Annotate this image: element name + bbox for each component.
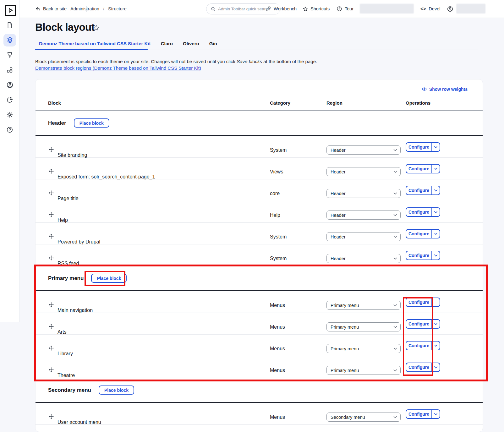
tab-gin[interactable]: Gin (209, 40, 217, 47)
block-row-powered-by-drupal: Powered by DrupalSystemHeaderConfigure (36, 223, 483, 244)
region-select[interactable]: Header (326, 189, 401, 198)
devel-label: Devel (429, 6, 440, 11)
sidebar-item-appearance[interactable] (3, 49, 16, 61)
breadcrumb-administration[interactable]: Administration (70, 6, 99, 11)
sidebar-item-content[interactable] (3, 19, 16, 31)
configure-dropdown-toggle[interactable] (432, 186, 440, 194)
drag-handle-icon[interactable] (49, 169, 54, 174)
sidebar-item-structure[interactable] (3, 34, 16, 46)
people-icon (6, 81, 14, 89)
tab-olivero[interactable]: Olivero (183, 40, 199, 47)
breadcrumb-structure[interactable]: Structure (108, 6, 127, 11)
chevron-down-icon (393, 369, 397, 372)
section-title: Primary menu (48, 275, 84, 282)
bookmark-star-icon[interactable] (93, 25, 100, 31)
configure-split-button: Configure (406, 363, 440, 372)
user-avatar-icon (447, 6, 453, 12)
code-brackets-icon: <> (420, 6, 426, 11)
region-select-value: Header (331, 213, 346, 218)
breadcrumb: Administration / Structure (70, 0, 127, 18)
sidebar-item-blocks[interactable] (3, 64, 16, 76)
configure-button[interactable]: Configure (406, 165, 431, 173)
page-description: Block placement is specific to each them… (35, 59, 317, 64)
back-to-site-link[interactable]: Back to site (35, 0, 67, 18)
search-icon (211, 7, 216, 11)
sidebar-item-settings[interactable] (3, 108, 16, 121)
configure-dropdown-toggle[interactable] (432, 320, 440, 328)
sidebar-item-help[interactable] (3, 123, 16, 136)
drag-handle-icon[interactable] (49, 234, 54, 239)
configure-dropdown-toggle[interactable] (432, 342, 440, 350)
tab-claro[interactable]: Claro (161, 40, 173, 47)
show-row-weights-link[interactable]: Show row weights (422, 86, 468, 92)
region-select-value: Primary menu (331, 303, 359, 308)
drag-handle-icon[interactable] (49, 324, 54, 329)
region-select[interactable]: Secondary menu (326, 413, 401, 422)
drag-handle-icon[interactable] (49, 367, 54, 372)
configure-button[interactable]: Configure (406, 251, 431, 260)
configure-dropdown-toggle[interactable] (432, 251, 440, 260)
appearance-icon (6, 52, 13, 58)
drag-handle-icon[interactable] (49, 414, 54, 419)
configure-button[interactable]: Configure (406, 298, 431, 306)
shortcuts-menu-item[interactable]: Shortcuts (303, 0, 330, 18)
theme-tabs: Demonz Theme based on Tailwind CSS Start… (35, 40, 217, 47)
region-select[interactable]: Primary menu (326, 344, 401, 353)
tab-demonz-theme-based-on-tailwind-css-starter-kit[interactable]: Demonz Theme based on Tailwind CSS Start… (39, 40, 151, 47)
configure-dropdown-toggle[interactable] (432, 298, 440, 306)
region-select-value: Header (331, 169, 346, 174)
configure-split-button: Configure (406, 409, 440, 419)
configure-button[interactable]: Configure (406, 342, 431, 350)
place-block-button-header[interactable]: Place block (74, 118, 109, 128)
chevron-down-icon (393, 236, 397, 238)
chevron-down-icon (434, 254, 437, 257)
region-select[interactable]: Primary menu (326, 301, 401, 310)
region-select[interactable]: Header (326, 232, 401, 241)
configure-button[interactable]: Configure (406, 143, 431, 151)
configure-dropdown-toggle[interactable] (432, 208, 440, 216)
region-select[interactable]: Primary menu (326, 366, 401, 375)
chevron-down-icon (393, 326, 397, 328)
column-header-region: Region (326, 100, 342, 106)
split-button-divider (431, 410, 432, 418)
configure-dropdown-toggle[interactable] (432, 230, 440, 238)
devel-menu-item[interactable]: <> Devel (420, 0, 440, 18)
redacted-toolbar-item (360, 4, 414, 14)
place-block-button-primary-menu[interactable]: Place block (91, 274, 127, 283)
configure-button[interactable]: Configure (406, 186, 431, 194)
region-select[interactable]: Header (326, 145, 401, 155)
tour-label: Tour (345, 6, 353, 11)
configure-button[interactable]: Configure (406, 363, 431, 371)
drag-handle-icon[interactable] (49, 346, 54, 351)
sidebar-item-people[interactable] (3, 79, 16, 91)
chevron-down-icon (393, 416, 397, 418)
configure-button[interactable]: Configure (406, 208, 431, 216)
drag-handle-icon[interactable] (49, 255, 54, 260)
configure-dropdown-toggle[interactable] (432, 143, 440, 151)
place-block-button-secondary-menu[interactable]: Place block (99, 386, 134, 395)
user-account-menu-item[interactable] (447, 0, 453, 18)
configure-dropdown-toggle[interactable] (432, 363, 440, 371)
configure-button[interactable]: Configure (406, 410, 431, 418)
configure-button[interactable]: Configure (406, 230, 431, 238)
drag-handle-icon[interactable] (49, 147, 54, 152)
tour-menu-item[interactable]: Tour (337, 0, 353, 18)
drag-handle-icon[interactable] (49, 212, 54, 217)
drag-handle-icon[interactable] (49, 190, 54, 195)
region-select[interactable]: Header (326, 167, 401, 176)
drag-handle-icon[interactable] (49, 302, 54, 307)
region-select-value: Header (331, 148, 346, 153)
region-select[interactable]: Header (326, 211, 401, 220)
block-category: Menus (270, 324, 285, 330)
configure-dropdown-toggle[interactable] (432, 410, 440, 418)
region-select[interactable]: Primary menu (326, 322, 401, 331)
site-logo[interactable] (5, 5, 16, 16)
configure-button[interactable]: Configure (406, 320, 431, 328)
sidebar-item-reports[interactable] (3, 94, 16, 106)
workbench-menu-item[interactable]: Workbench (266, 0, 297, 18)
section-title: Secondary menu (48, 387, 91, 393)
chevron-down-icon (434, 146, 437, 148)
demonstrate-regions-link[interactable]: Demonstrate block regions (Demonz Theme … (35, 65, 201, 71)
region-select[interactable]: Header (326, 254, 401, 263)
configure-dropdown-toggle[interactable] (432, 165, 440, 173)
